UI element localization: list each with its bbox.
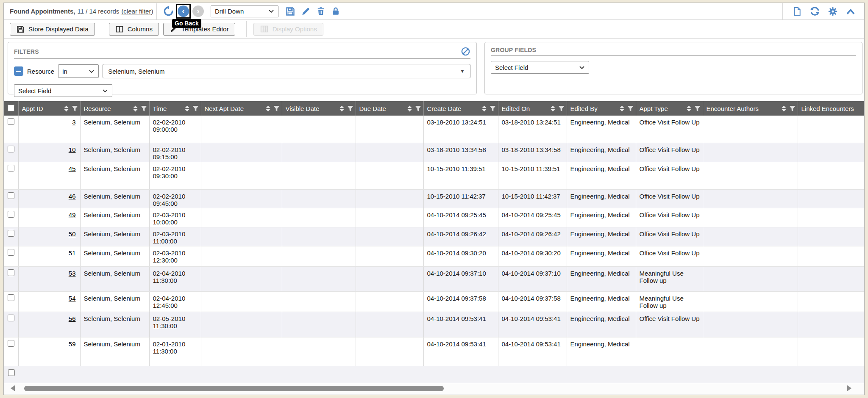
column-header[interactable]: Visible Date bbox=[282, 101, 356, 116]
remove-filter-button[interactable] bbox=[14, 66, 23, 76]
sort-icon[interactable] bbox=[406, 105, 413, 112]
group-field-select[interactable]: Select Field bbox=[491, 61, 589, 74]
go-forward-button[interactable]: › bbox=[192, 6, 204, 17]
appt-id-link[interactable]: 51 bbox=[69, 249, 76, 257]
go-back-button[interactable]: ‹ bbox=[178, 6, 189, 17]
cell-edited-on: 04-10-2014 09:53:41 bbox=[498, 337, 567, 366]
column-header[interactable]: Due Date bbox=[356, 101, 423, 116]
scroll-left-button[interactable] bbox=[11, 385, 15, 391]
filter-funnel-icon[interactable] bbox=[558, 105, 565, 112]
scrollbar-thumb[interactable] bbox=[24, 386, 444, 391]
delete-view-button[interactable] bbox=[316, 6, 326, 16]
cell-edited-by: Engineering, Medical bbox=[567, 189, 636, 208]
row-checkbox[interactable] bbox=[8, 294, 14, 301]
filter-funnel-icon[interactable] bbox=[694, 105, 701, 112]
view-mode-select[interactable]: Drill Down bbox=[211, 6, 278, 17]
cell-appt-type: Office Visit Follow Up bbox=[636, 143, 703, 162]
filter-funnel-icon[interactable] bbox=[415, 105, 422, 112]
sort-icon[interactable] bbox=[481, 105, 487, 112]
appt-id-link[interactable]: 46 bbox=[69, 193, 76, 200]
store-displayed-data-button[interactable]: Store Displayed Data bbox=[10, 23, 95, 36]
cell-next-apt-date bbox=[201, 162, 282, 189]
action-toolbar: Store Displayed Data Columns Templates E… bbox=[4, 20, 864, 39]
filter-funnel-icon[interactable] bbox=[789, 105, 796, 112]
cell-encounter-authors bbox=[703, 189, 798, 208]
column-header[interactable]: Linked Encounters bbox=[798, 101, 864, 116]
column-header[interactable]: Appt ID bbox=[18, 101, 80, 116]
row-checkbox[interactable] bbox=[8, 249, 14, 256]
cell-linked-encounters bbox=[798, 208, 864, 227]
scroll-right-button[interactable] bbox=[847, 385, 851, 391]
filter-funnel-icon[interactable] bbox=[489, 105, 496, 112]
undo-button[interactable] bbox=[163, 6, 174, 17]
row-checkbox[interactable] bbox=[8, 118, 14, 125]
appt-id-link[interactable]: 59 bbox=[69, 340, 76, 348]
cell-due-date bbox=[356, 291, 423, 312]
sort-icon[interactable] bbox=[339, 105, 345, 112]
appt-id-link[interactable]: 56 bbox=[69, 315, 76, 322]
row-checkbox[interactable] bbox=[8, 146, 14, 152]
cell-time: 02-04-2010 11:30:00 bbox=[149, 266, 201, 291]
filter-funnel-icon[interactable] bbox=[273, 105, 280, 112]
display-options-button[interactable]: Display Options bbox=[253, 23, 323, 36]
column-header[interactable]: Edited By bbox=[567, 101, 636, 116]
sort-icon[interactable] bbox=[781, 105, 787, 112]
row-checkbox[interactable] bbox=[8, 211, 14, 218]
table-row: 46Selenium, Selenium02-02-2010 09:45:001… bbox=[4, 189, 864, 208]
appt-id-link[interactable]: 3 bbox=[72, 119, 75, 126]
row-checkbox[interactable] bbox=[8, 340, 14, 347]
column-header[interactable]: Appt Type bbox=[636, 101, 703, 116]
appt-id-link[interactable]: 45 bbox=[69, 165, 76, 172]
filter-funnel-icon[interactable] bbox=[347, 105, 354, 112]
sort-icon[interactable] bbox=[619, 105, 625, 112]
column-header[interactable]: Next Apt Date bbox=[201, 101, 282, 116]
table-row: 45Selenium, Selenium02-02-2010 09:30:001… bbox=[4, 162, 864, 189]
column-header[interactable]: Time bbox=[149, 101, 201, 116]
row-checkbox[interactable] bbox=[8, 165, 14, 171]
cell-due-date bbox=[356, 266, 423, 291]
appt-id-link[interactable]: 49 bbox=[69, 211, 76, 218]
sort-icon[interactable] bbox=[686, 105, 692, 112]
save-view-button[interactable] bbox=[285, 6, 295, 17]
column-header[interactable]: Create Date bbox=[423, 101, 498, 116]
filter-funnel-icon[interactable] bbox=[71, 105, 78, 112]
filter-funnel-icon[interactable] bbox=[627, 105, 634, 112]
cell-linked-encounters bbox=[798, 162, 864, 189]
appt-id-link[interactable]: 50 bbox=[69, 230, 76, 238]
column-header[interactable]: Edited On bbox=[498, 101, 567, 116]
settings-button[interactable] bbox=[828, 6, 838, 17]
row-checkbox[interactable] bbox=[8, 269, 14, 276]
filter-operator-select[interactable]: in bbox=[58, 64, 99, 78]
sort-icon[interactable] bbox=[265, 105, 271, 112]
lock-view-button[interactable] bbox=[331, 6, 340, 16]
filter-value-combo[interactable]: Selenium, Selenium ▼ bbox=[103, 64, 470, 78]
column-header[interactable]: Resource bbox=[80, 101, 149, 116]
footer-checkbox[interactable] bbox=[8, 369, 15, 376]
filter-funnel-icon[interactable] bbox=[140, 105, 147, 112]
appt-id-link[interactable]: 54 bbox=[69, 295, 76, 302]
disable-filters-button[interactable] bbox=[461, 47, 470, 56]
cell-create-date: 04-10-2014 09:26:42 bbox=[423, 227, 498, 246]
new-document-button[interactable] bbox=[792, 6, 802, 17]
sort-icon[interactable] bbox=[550, 105, 556, 112]
appt-id-link[interactable]: 10 bbox=[69, 146, 76, 153]
column-header[interactable]: Encounter Authors bbox=[703, 101, 798, 116]
appt-id-link[interactable]: 53 bbox=[69, 270, 76, 277]
clear-filter-link[interactable]: (clear filter) bbox=[121, 8, 153, 15]
collapse-button[interactable] bbox=[846, 7, 856, 16]
select-all-checkbox[interactable] bbox=[8, 105, 14, 111]
row-checkbox[interactable] bbox=[8, 192, 14, 199]
row-checkbox[interactable] bbox=[8, 315, 14, 321]
add-filter-field-select[interactable]: Select Field bbox=[14, 84, 112, 97]
filter-funnel-icon[interactable] bbox=[192, 105, 199, 112]
page-title: Found Appointments, 11 / 14 records (cle… bbox=[10, 8, 156, 15]
sort-icon[interactable] bbox=[63, 105, 70, 112]
columns-icon bbox=[115, 25, 124, 33]
row-checkbox[interactable] bbox=[8, 230, 14, 237]
sort-icon[interactable] bbox=[184, 105, 190, 112]
columns-button[interactable]: Columns bbox=[109, 23, 159, 36]
sort-icon[interactable] bbox=[132, 105, 139, 112]
refresh-button[interactable] bbox=[810, 6, 820, 17]
edit-view-button[interactable] bbox=[301, 6, 311, 16]
cell-due-date bbox=[356, 143, 423, 162]
